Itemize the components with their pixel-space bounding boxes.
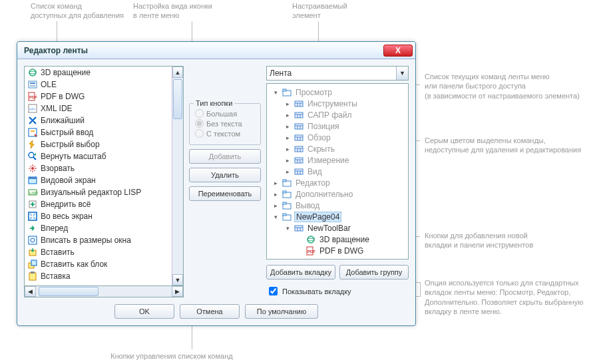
tree-item[interactable]: ▸Редактор (268, 177, 407, 188)
add-button[interactable]: Добавить (189, 149, 261, 164)
expander-icon[interactable]: ▸ (284, 123, 292, 130)
rotate3d-icon (27, 67, 38, 78)
expander-icon[interactable]: ▸ (284, 146, 292, 152)
list-item[interactable]: Во весь экран (25, 210, 172, 222)
svg-rect-26 (283, 89, 286, 91)
close-button[interactable]: X (383, 45, 413, 57)
tree-item[interactable]: Панорамирование (268, 256, 407, 260)
horizontal-scrollbar[interactable]: ◀ ▶ (24, 286, 184, 297)
list-item[interactable]: Ближайший (25, 114, 172, 126)
list-item-label: Видовой экран (41, 176, 96, 185)
svg-text:LISP: LISP (29, 191, 38, 195)
tree-item[interactable]: ▾NewToolBar (268, 222, 407, 234)
button-type-legend: Тип кнопки (194, 99, 234, 107)
list-item[interactable]: OLE (25, 79, 172, 91)
radio-label: Без текста (206, 120, 242, 128)
list-item-label: Вставить как блок (41, 260, 107, 269)
remove-button[interactable]: Удалить (189, 168, 261, 182)
list-item[interactable]: Вернуть масштаб (25, 150, 172, 162)
tree-item-label: Скрыть (306, 144, 336, 154)
expander-icon[interactable]: ▸ (272, 180, 280, 186)
tree-item[interactable]: ▸Вид (268, 166, 407, 177)
tab-icon (282, 178, 292, 188)
rename-button[interactable]: Переименовать (189, 186, 261, 201)
list-item[interactable]: Видовой экран (25, 174, 172, 186)
tree-item[interactable]: ▸Дополнительно (268, 188, 407, 200)
list-item[interactable]: Быстрый ввод (25, 126, 172, 138)
tree-item[interactable]: ▾Просмотр (268, 87, 407, 98)
insert-icon (27, 247, 38, 258)
explode-icon (27, 163, 38, 174)
tree-item[interactable]: ▸Скрыть (268, 143, 407, 154)
svg-point-68 (307, 238, 314, 241)
tree-item[interactable]: ▸Позиция (268, 120, 407, 132)
list-item[interactable]: LISPВизуальный редактор LISP (25, 186, 172, 198)
radio-no-text[interactable]: Без текста (195, 119, 255, 128)
add-group-button[interactable]: Добавить группу (339, 265, 409, 279)
default-button[interactable]: По умолчанию (245, 304, 318, 319)
show-tab-label: Показывать вкладку (282, 287, 351, 295)
show-tab-input[interactable] (269, 287, 278, 295)
tree-item[interactable]: 3D вращение (268, 234, 407, 245)
svg-rect-27 (295, 101, 303, 106)
scroll-down-icon[interactable]: ▼ (172, 274, 183, 285)
scroll-up-icon[interactable]: ▲ (172, 67, 183, 78)
tree-item[interactable]: ▸Измерение (268, 154, 407, 166)
expander-icon[interactable]: ▸ (272, 191, 280, 198)
block-icon (27, 259, 38, 270)
annot-add-btns: Кнопки для добавления новойвкладки и пан… (425, 231, 533, 250)
expander-icon[interactable]: ▸ (284, 100, 292, 107)
radio-input[interactable] (195, 109, 204, 118)
svg-rect-18 (29, 236, 37, 244)
list-item[interactable]: Вставка (25, 270, 172, 282)
panel-icon (294, 156, 304, 165)
tree-item[interactable]: ▸Вывод (268, 200, 407, 211)
ribbon-tree[interactable]: ▾Просмотр▸Инструменты▸САПР файл▸Позиция▸… (266, 83, 409, 260)
expander-icon[interactable]: ▸ (284, 168, 292, 175)
show-tab-checkbox[interactable]: Показывать вкладку (266, 285, 409, 297)
list-item[interactable]: Вперед (25, 222, 172, 234)
target-combo[interactable]: Лента ▼ (266, 66, 409, 81)
list-item[interactable]: Вставить как блок (25, 258, 172, 270)
list-item[interactable]: Взорвать (25, 162, 172, 174)
tree-item[interactable]: ▸Обзор (268, 132, 407, 143)
available-commands-list[interactable]: 3D вращениеOLEPDFPDF в DWG</>XML IDEБлиж… (24, 66, 184, 286)
svg-rect-39 (295, 135, 303, 140)
radio-with-text[interactable]: С текстом (195, 129, 255, 138)
list-item[interactable]: Вписать в размеры окна (25, 234, 172, 246)
add-tab-button[interactable]: Добавить вкладку (266, 265, 335, 279)
list-item-label: Вернуть масштаб (41, 152, 106, 161)
list-item[interactable]: Вставить (25, 246, 172, 258)
scroll-left-icon[interactable]: ◀ (25, 286, 36, 297)
expander-icon[interactable]: ▸ (272, 202, 280, 209)
radio-input[interactable] (195, 119, 204, 128)
tree-item[interactable]: ▸САПР файл (268, 109, 407, 120)
expander-icon[interactable]: ▾ (272, 214, 280, 220)
tree-item-label: Измерение (306, 156, 350, 165)
tree-item[interactable]: ▸Инструменты (268, 98, 407, 109)
panel-icon (294, 122, 304, 131)
scroll-right-icon[interactable]: ▶ (172, 286, 183, 297)
list-item[interactable]: PDFPDF в DWG (25, 91, 172, 102)
list-item[interactable]: Внедрить всё (25, 198, 172, 210)
list-item[interactable]: </>XML IDE (25, 102, 172, 114)
vertical-scrollbar[interactable]: ▲ ▼ (172, 67, 183, 285)
expander-icon[interactable]: ▸ (284, 157, 292, 164)
expander-icon[interactable]: ▾ (272, 89, 280, 96)
ok-button[interactable]: OK (114, 304, 174, 319)
scroll-thumb[interactable] (173, 79, 182, 119)
radio-input[interactable] (195, 129, 204, 138)
expander-icon[interactable]: ▸ (284, 134, 292, 141)
expander-icon[interactable]: ▾ (284, 225, 292, 232)
tree-item[interactable]: PDFPDF в DWG (268, 245, 407, 256)
svg-rect-35 (295, 124, 303, 129)
lisp-icon: LISP (27, 187, 38, 198)
list-item[interactable]: 3D вращение (25, 67, 172, 79)
cancel-button[interactable]: Отмена (180, 304, 240, 319)
pan-icon (305, 258, 316, 260)
expander-icon[interactable]: ▸ (284, 112, 292, 118)
scroll-thumb[interactable] (39, 287, 99, 296)
list-item[interactable]: Быстрый выбор (25, 138, 172, 150)
tree-item[interactable]: ▾NewPage04 (268, 211, 407, 222)
radio-large[interactable]: Большая (195, 109, 255, 118)
